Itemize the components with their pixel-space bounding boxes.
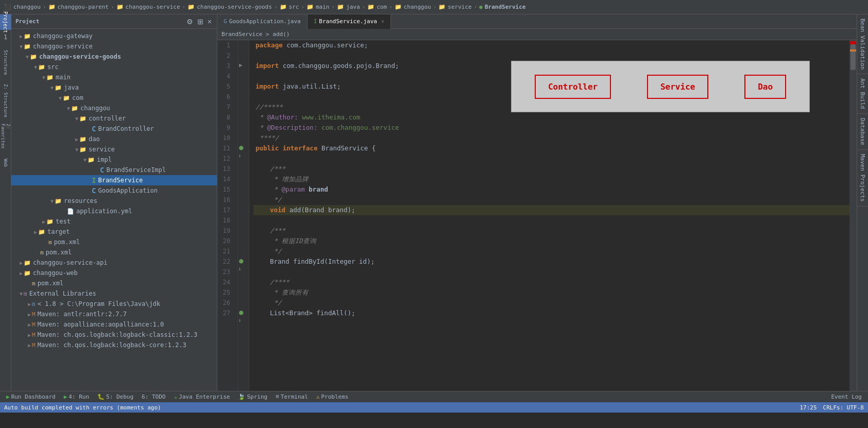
- breadcrumb-item-java[interactable]: java: [346, 4, 360, 10]
- code-line-20[interactable]: * 根据ID查询: [253, 236, 857, 246]
- tree-item-jdk[interactable]: ▶ ⊟ < 1.8 > C:\Program Files\Java\jdk: [11, 299, 217, 309]
- implement-arrow-3[interactable]: ↓: [238, 317, 242, 323]
- database-panel[interactable]: Database: [857, 114, 868, 150]
- structure-panel-toggle[interactable]: 1: [0, 30, 11, 44]
- service-button[interactable]: Service: [647, 75, 708, 99]
- code-line-19[interactable]: /***: [253, 226, 857, 236]
- tree-item-target[interactable]: ▶ 📁 target: [11, 227, 217, 237]
- breadcrumb-item-changgou[interactable]: changgou: [13, 4, 41, 10]
- implement-icon[interactable]: ●: [239, 143, 243, 151]
- tree-item-pom-service[interactable]: m pom.xml: [11, 247, 217, 258]
- code-line-21[interactable]: */: [253, 246, 857, 256]
- breadcrumb-item-brandservice[interactable]: BrandService: [485, 4, 525, 10]
- tab-goods-application[interactable]: G GoodsApplication.java: [217, 14, 308, 29]
- structure-panel-toggle2[interactable]: Structure: [0, 44, 11, 80]
- tree-item-changgou-pkg[interactable]: ▼ 📁 changgou: [11, 103, 217, 113]
- breadcrumb-item-goods[interactable]: changgou-service-goods: [197, 4, 272, 10]
- bean-validation-panel[interactable]: Bean Validation: [857, 14, 868, 74]
- tree-item-brandserviceimpl[interactable]: C BrandServiceImpl: [11, 165, 217, 175]
- breadcrumb-item-main[interactable]: main: [316, 4, 330, 10]
- tree-item-java[interactable]: ▼ 📁 java: [11, 82, 217, 93]
- web-panel[interactable]: Web: [0, 155, 11, 170]
- code-line-11[interactable]: public interface BrandService {: [253, 143, 857, 153]
- code-line-24[interactable]: /****: [253, 277, 857, 287]
- code-editor[interactable]: 1 2 3 4 5 6 7 8 9 10 11 12 13 14 15 16 1…: [217, 40, 857, 391]
- code-line-15[interactable]: * @param brand: [253, 184, 857, 195]
- tree-item-service[interactable]: ▼ 📁 service: [11, 144, 217, 155]
- code-line-12[interactable]: [253, 153, 857, 164]
- tree-item-application-yml[interactable]: 📄 application.yml: [11, 206, 217, 216]
- tree-item-logback-classic[interactable]: ▶ M Maven: ch.qos.logback:logback-classi…: [11, 330, 217, 340]
- tree-item-pom-goods[interactable]: m pom.xml: [11, 237, 217, 247]
- code-line-1[interactable]: package com.changgou.service;: [253, 40, 857, 50]
- structure-z-panel[interactable]: Z: Structure: [0, 80, 11, 122]
- implement-arrow[interactable]: ↓: [238, 152, 242, 159]
- tree-item-external-libraries[interactable]: ▼ ⊞ External Libraries: [11, 288, 217, 299]
- breadcrumb-item-com[interactable]: com: [377, 4, 387, 10]
- tree-item-main[interactable]: ▼ 📁 main: [11, 72, 217, 82]
- implement-icon-3[interactable]: ●: [239, 308, 243, 316]
- favorites-panel[interactable]: 2: Favorites: [0, 122, 11, 155]
- tree-item-src[interactable]: ▼ 📁 src: [11, 62, 217, 72]
- sidebar-cog-button[interactable]: ⚙: [185, 18, 194, 26]
- tree-item-resources[interactable]: ▼ 📁 resources: [11, 196, 217, 206]
- tree-item-aop[interactable]: ▶ M Maven: aopalliance:aopalliance:1.0: [11, 319, 217, 330]
- code-line-14[interactable]: * 增加品牌: [253, 174, 857, 184]
- tree-item-dao[interactable]: ▶ 📁 dao: [11, 134, 217, 144]
- dao-button[interactable]: Dao: [744, 75, 786, 99]
- code-line-18[interactable]: [253, 215, 857, 226]
- code-line-26[interactable]: */: [253, 298, 857, 308]
- breadcrumb-item-parent[interactable]: changgou-parent: [58, 4, 109, 10]
- code-line-13[interactable]: /***: [253, 164, 857, 174]
- breadcrumb-item-service-pkg[interactable]: service: [448, 4, 471, 10]
- implement-arrow-2[interactable]: ↓: [238, 265, 242, 272]
- terminal-button[interactable]: ⌘ Terminal: [274, 393, 310, 400]
- ant-build-panel[interactable]: Ant Build: [857, 74, 868, 114]
- tree-item-brandcontroller[interactable]: C BrandController: [11, 124, 217, 134]
- implement-icon-2[interactable]: ●: [239, 256, 243, 265]
- tree-item-goodsapplication[interactable]: C GoodsApplication: [11, 185, 217, 196]
- sidebar-expand-button[interactable]: ⊞: [196, 18, 205, 26]
- tab-brand-service[interactable]: I BrandService.java ×: [308, 14, 391, 29]
- spring-button[interactable]: 🍃 Spring: [236, 393, 269, 400]
- tree-item-logback-core[interactable]: ▶ M Maven: ch.qos.logback:logback-core:1…: [11, 340, 217, 350]
- sidebar-close-button[interactable]: ×: [207, 18, 213, 26]
- code-line-16[interactable]: */: [253, 195, 857, 205]
- code-line-8[interactable]: * @Author: www.itheima.com: [253, 112, 857, 123]
- code-line-22[interactable]: Brand findById(Integer id);: [253, 256, 857, 267]
- run-dashboard-button[interactable]: ▶ Run Dashboard: [4, 393, 58, 400]
- breadcrumb-item-changgou-pkg[interactable]: changgou: [404, 4, 431, 10]
- code-line-2[interactable]: [253, 50, 857, 61]
- tree-item-impl[interactable]: ▼ 📁 impl: [11, 155, 217, 165]
- fold-marker[interactable]: ▶: [239, 62, 243, 69]
- maven-projects-panel[interactable]: Maven Projects: [857, 150, 868, 207]
- debug-button[interactable]: 🐛 5: Debug: [95, 393, 135, 400]
- tab-close-button[interactable]: ×: [381, 19, 384, 24]
- event-log-button[interactable]: Event Log: [829, 393, 864, 400]
- tree-item-test[interactable]: ▶ 📁 test: [11, 216, 217, 227]
- run-button[interactable]: ▶ 4: Run: [62, 393, 91, 400]
- breadcrumb-item-service[interactable]: changgou-service: [126, 4, 180, 10]
- code-line-23[interactable]: [253, 267, 857, 277]
- code-line-25[interactable]: * 查询所有: [253, 287, 857, 298]
- code-line-27[interactable]: List<Brand> findAll();: [253, 308, 857, 318]
- tree-item-pom-web[interactable]: m pom.xml: [11, 278, 217, 288]
- tree-item-controller[interactable]: ▼ 📁 controller: [11, 113, 217, 124]
- tree-item-changgou-service-goods[interactable]: ▼ 📁 changgou-service-goods: [11, 52, 217, 62]
- tree-item-changgou-service-api[interactable]: ▶ 📁 changgou-service-api: [11, 258, 217, 268]
- tree-item-brandservice[interactable]: I BrandService: [11, 175, 217, 185]
- tree-item-changgou-service[interactable]: ▼ 📁 changgou-service: [11, 41, 217, 52]
- problems-button[interactable]: ⚠ Problems: [314, 393, 351, 400]
- code-line-10[interactable]: ****/: [253, 133, 857, 143]
- tree-item-changgou-web[interactable]: ▶ 📁 changgou-web: [11, 268, 217, 278]
- code-line-9[interactable]: * @Description: com.changgou.service: [253, 123, 857, 133]
- java-enterprise-button[interactable]: ☕ Java Enterprise: [172, 393, 232, 400]
- todo-button[interactable]: 6: TODO: [140, 393, 167, 400]
- breadcrumb-item-src[interactable]: src: [289, 4, 299, 10]
- controller-button[interactable]: Controller: [535, 75, 611, 99]
- editor-scrollbar[interactable]: [849, 40, 857, 391]
- tree-item-antlr[interactable]: ▶ M Maven: antlr:antlr:2.7.7: [11, 309, 217, 319]
- tree-item-changgou-gateway[interactable]: ▶ 📁 changgou-gateway: [11, 31, 217, 41]
- code-line-17[interactable]: void add(Brand brand);: [253, 205, 857, 215]
- tree-item-com[interactable]: ▼ 📁 com: [11, 93, 217, 103]
